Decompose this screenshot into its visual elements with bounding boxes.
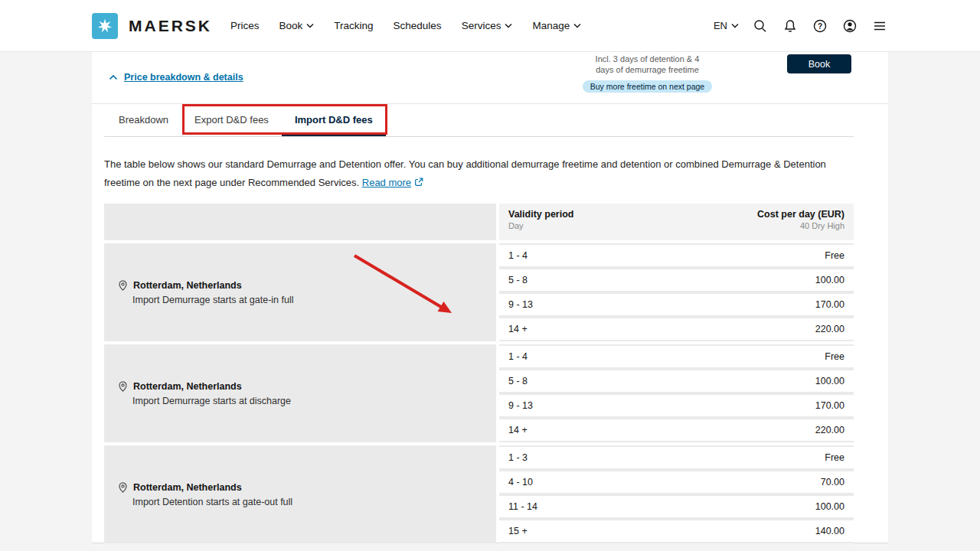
location-pin-icon	[117, 279, 129, 292]
freetime-note: Incl. 3 days of detention & 4 days of de…	[573, 54, 722, 75]
svg-text:?: ?	[818, 21, 822, 30]
nav-tracking[interactable]: Tracking	[334, 20, 373, 31]
fee-section-label: Rotterdam, Netherlands Import Demurrage …	[104, 243, 496, 341]
chevron-down-icon	[731, 23, 739, 28]
nav-label: Prices	[230, 20, 260, 31]
tab-breakdown[interactable]: Breakdown	[106, 104, 181, 136]
fee-rule-note: Import Demurrage starts at gate-in full	[132, 295, 294, 305]
nav-services[interactable]: Services	[462, 20, 513, 31]
help-icon[interactable]: ?	[812, 18, 828, 34]
chevron-up-icon	[109, 74, 118, 80]
nav-schedules[interactable]: Schedules	[394, 20, 442, 31]
table-row: 5 - 8100.00	[499, 269, 854, 291]
price-breakdown-toggle[interactable]: Price breakdown & details	[109, 72, 243, 83]
fee-section-detention-gate-out: Rotterdam, Netherlands Import Detention …	[104, 445, 854, 543]
brand-wordmark: MAERSK	[129, 17, 212, 35]
nav-label: Services	[462, 20, 501, 31]
table-row: 1 - 4Free	[499, 245, 854, 266]
read-more-link[interactable]: Read more	[362, 177, 411, 188]
nav-utilities: EN ?	[714, 18, 888, 34]
table-header-cells: Validity period Day Cost per day (EUR) 4…	[499, 204, 854, 240]
notifications-bell-icon[interactable]	[782, 18, 799, 34]
location-pin-icon	[117, 380, 129, 393]
language-selector[interactable]: EN	[714, 20, 739, 31]
tab-import-dd-fees[interactable]: Import D&D fees	[282, 104, 386, 136]
dd-description: The table below shows our standard Demur…	[104, 155, 854, 192]
fee-rows: 1 - 3Free 4 - 1070.00 11 - 14100.00 15 +…	[499, 445, 854, 543]
top-navigation: MAERSK Prices Book Tracking Schedules Se…	[0, 0, 980, 52]
cost-per-day-header: Cost per day (EUR) 40 Dry High	[757, 209, 844, 240]
location-pin-icon	[117, 481, 129, 494]
table-row: 9 - 13170.00	[499, 294, 854, 315]
nav-label: Manage	[532, 20, 570, 31]
menu-icon[interactable]	[871, 18, 888, 34]
account-icon[interactable]	[841, 18, 858, 34]
fee-rows: 1 - 4Free 5 - 8100.00 9 - 13170.00 14 +2…	[499, 344, 854, 442]
location-name: Rotterdam, Netherlands	[133, 381, 242, 392]
language-code: EN	[714, 20, 727, 31]
table-row: 1 - 4Free	[499, 346, 854, 367]
nav-label: Schedules	[394, 20, 442, 31]
table-row: 14 +220.00	[499, 419, 854, 441]
chevron-down-icon	[505, 23, 512, 28]
import-dd-content: The table below shows our standard Demur…	[92, 155, 888, 543]
price-breakdown-panel: Price breakdown & details Incl. 3 days o…	[92, 52, 888, 543]
fee-section-label: Rotterdam, Netherlands Import Detention …	[104, 445, 496, 543]
nav-label: Book	[279, 20, 303, 31]
table-row: 14 +220.00	[499, 318, 854, 340]
maersk-booking-page: MAERSK Prices Book Tracking Schedules Se…	[0, 0, 980, 551]
freetime-badge: Buy more freetime on next page	[583, 80, 712, 93]
nav-prices[interactable]: Prices	[230, 20, 260, 31]
main-nav: Prices Book Tracking Schedules Services …	[230, 20, 581, 31]
table-header-spacer	[104, 204, 496, 240]
fee-rule-note: Import Detention starts at gate-out full	[132, 497, 292, 507]
fee-rule-note: Import Demurrage starts at discharge	[132, 396, 291, 406]
location-name: Rotterdam, Netherlands	[133, 482, 242, 493]
fee-section-label: Rotterdam, Netherlands Import Demurrage …	[104, 344, 496, 442]
price-breakdown-label: Price breakdown & details	[124, 72, 243, 83]
table-row: 1 - 3Free	[499, 447, 854, 468]
table-row: 9 - 13170.00	[499, 395, 854, 416]
nav-manage[interactable]: Manage	[532, 20, 581, 31]
table-row: 5 - 8100.00	[499, 370, 854, 392]
maersk-star-icon	[92, 13, 118, 39]
chevron-down-icon	[573, 23, 581, 28]
fee-rows: 1 - 4Free 5 - 8100.00 9 - 13170.00 14 +2…	[499, 243, 854, 341]
fee-section-demurrage-gate-in: Rotterdam, Netherlands Import Demurrage …	[104, 243, 854, 341]
table-row: 4 - 1070.00	[499, 471, 854, 493]
validity-period-header: Validity period Day	[508, 209, 573, 240]
chevron-down-icon	[306, 23, 314, 28]
table-header-row: Validity period Day Cost per day (EUR) 4…	[104, 204, 854, 240]
nav-book[interactable]: Book	[279, 20, 315, 31]
fee-section-demurrage-discharge: Rotterdam, Netherlands Import Demurrage …	[104, 344, 854, 442]
tab-export-dd-fees[interactable]: Export D&D fees	[181, 104, 282, 136]
nav-label: Tracking	[334, 20, 373, 31]
table-row: 11 - 14100.00	[499, 496, 854, 517]
search-icon[interactable]	[752, 18, 769, 34]
book-button[interactable]: Book	[787, 54, 851, 73]
external-link-icon	[414, 178, 423, 187]
dd-description-text: The table below shows our standard Demur…	[104, 158, 826, 188]
price-summary-row: Price breakdown & details Incl. 3 days o…	[92, 52, 888, 103]
location-name: Rotterdam, Netherlands	[133, 280, 242, 291]
table-row: 15 +140.00	[499, 520, 854, 542]
maersk-logo[interactable]: MAERSK	[92, 13, 212, 39]
freetime-summary: Incl. 3 days of detention & 4 days of de…	[573, 54, 722, 93]
dd-fees-tabs: Breakdown Export D&D fees Import D&D fee…	[104, 104, 854, 137]
dd-fees-table: Validity period Day Cost per day (EUR) 4…	[104, 204, 854, 543]
